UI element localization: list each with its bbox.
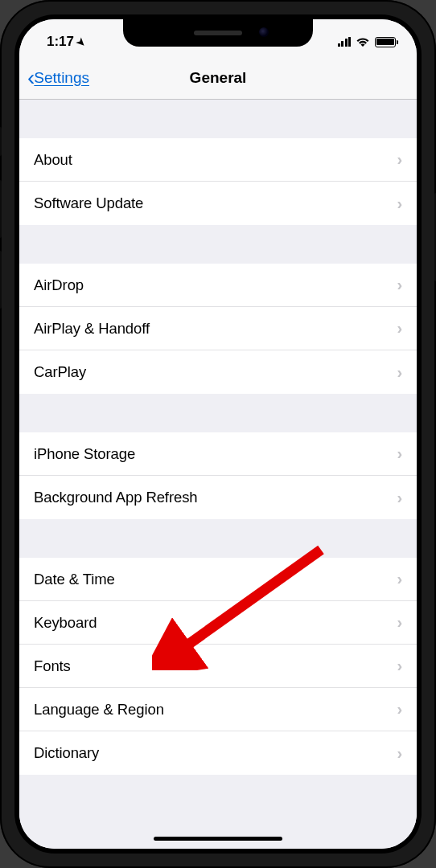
row-airplay-handoff[interactable]: AirPlay & Handoff › (19, 307, 417, 350)
row-software-update[interactable]: Software Update › (19, 182, 417, 225)
content-scroll[interactable]: About › Software Update › AirDrop › (19, 100, 417, 849)
row-label: Dictionary (34, 744, 99, 762)
location-icon: ➤ (74, 35, 88, 49)
row-label: iPhone Storage (34, 445, 135, 463)
back-button[interactable]: ‹ Settings (27, 67, 89, 89)
chevron-right-icon: › (397, 489, 402, 507)
volume-up (0, 180, 2, 238)
status-left: 1:17 ➤ (47, 34, 86, 50)
nav-bar: ‹ Settings General (19, 56, 417, 100)
chevron-right-icon: › (397, 276, 402, 294)
front-camera (259, 27, 269, 37)
row-label: Keyboard (34, 614, 97, 632)
row-label: Background App Refresh (34, 489, 198, 506)
cellular-signal-icon (338, 37, 352, 47)
chevron-right-icon: › (397, 363, 402, 382)
annotation-arrow-icon (152, 542, 333, 670)
bezel: 1:17 ➤ ‹ Setti (14, 14, 422, 854)
phone-frame: 1:17 ➤ ‹ Setti (0, 0, 436, 868)
wifi-icon (356, 37, 370, 47)
row-airdrop[interactable]: AirDrop › (19, 264, 417, 307)
settings-group: iPhone Storage › Background App Refresh … (19, 432, 417, 519)
chevron-right-icon: › (397, 570, 402, 588)
notch (123, 19, 313, 47)
battery-icon (375, 37, 396, 47)
row-label: Software Update (34, 194, 143, 212)
settings-group: About › Software Update › (19, 138, 417, 225)
row-label: About (34, 151, 72, 169)
page-title: General (190, 69, 247, 87)
row-label: AirDrop (34, 276, 84, 294)
chevron-right-icon: › (397, 613, 402, 632)
back-label: Settings (34, 69, 89, 87)
section-spacer (19, 775, 417, 807)
row-label: Date & Time (34, 571, 115, 588)
speaker (194, 31, 242, 35)
chevron-right-icon: › (397, 657, 402, 675)
chevron-right-icon: › (397, 150, 402, 169)
status-time: 1:17 (47, 34, 74, 50)
row-label: Fonts (34, 657, 71, 675)
row-label: AirPlay & Handoff (34, 320, 150, 338)
status-right (338, 37, 397, 47)
row-language-region[interactable]: Language & Region › (19, 688, 417, 731)
chevron-right-icon: › (397, 444, 402, 463)
row-iphone-storage[interactable]: iPhone Storage › (19, 432, 417, 476)
volume-down (0, 251, 2, 309)
svg-line-0 (180, 550, 321, 650)
chevron-right-icon: › (397, 194, 402, 213)
section-spacer (19, 100, 417, 138)
chevron-right-icon: › (397, 319, 402, 338)
home-indicator[interactable] (154, 837, 282, 841)
settings-group: AirDrop › AirPlay & Handoff › CarPlay › (19, 264, 417, 394)
silence-switch (0, 127, 2, 156)
row-dictionary[interactable]: Dictionary › (19, 731, 417, 775)
row-label: Language & Region (34, 701, 164, 719)
chevron-right-icon: › (397, 700, 402, 719)
chevron-right-icon: › (397, 744, 402, 763)
row-background-app-refresh[interactable]: Background App Refresh › (19, 476, 417, 519)
row-about[interactable]: About › (19, 138, 417, 182)
section-spacer (19, 225, 417, 264)
row-carplay[interactable]: CarPlay › (19, 350, 417, 394)
row-label: CarPlay (34, 363, 86, 381)
screen: 1:17 ➤ ‹ Setti (19, 19, 417, 849)
section-spacer (19, 394, 417, 432)
